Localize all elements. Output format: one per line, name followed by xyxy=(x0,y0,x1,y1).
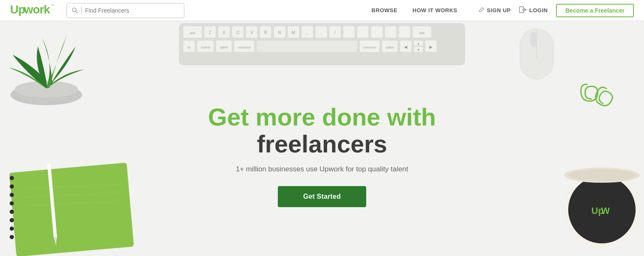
svg-point-61 xyxy=(10,176,14,180)
svg-text:M: M xyxy=(292,30,295,35)
svg-point-65 xyxy=(10,210,14,214)
svg-text:shift: shift xyxy=(419,32,425,35)
keyboard-decoration: shift Z X C V B N M , xyxy=(175,21,469,67)
signup-icon xyxy=(478,6,484,15)
svg-text:N: N xyxy=(278,30,281,35)
svg-text:X: X xyxy=(223,30,226,35)
signup-label: SIGN UP xyxy=(487,7,511,13)
login-link[interactable]: LOGIN xyxy=(519,6,548,15)
svg-text:◀: ◀ xyxy=(404,45,407,49)
login-icon xyxy=(519,6,527,15)
svg-point-82 xyxy=(568,169,636,181)
svg-text:work: work xyxy=(24,3,51,16)
signup-link[interactable]: SIGN UP xyxy=(478,6,511,15)
svg-text:C: C xyxy=(236,30,239,35)
svg-rect-34 xyxy=(399,26,410,38)
nav-links: BROWSE HOW IT WORKS xyxy=(372,7,458,13)
svg-point-63 xyxy=(10,193,14,197)
paperclips-decoration xyxy=(579,80,617,118)
svg-text:Z: Z xyxy=(209,30,211,35)
search-input[interactable] xyxy=(85,7,179,14)
svg-text:option: option xyxy=(220,46,228,49)
upwork-logo-svg: Up work ™ xyxy=(10,3,56,16)
svg-text:B: B xyxy=(264,30,267,35)
search-icon xyxy=(72,8,78,13)
svg-point-3 xyxy=(72,8,76,12)
svg-text:,: , xyxy=(307,30,308,35)
svg-rect-32 xyxy=(371,26,383,38)
mouse-decoration xyxy=(514,24,560,88)
login-label: LOGIN xyxy=(529,7,548,13)
nav-actions: SIGN UP LOGIN Become a Freelancer xyxy=(478,4,634,17)
svg-text:▲: ▲ xyxy=(417,42,420,45)
notebook-decoration xyxy=(0,159,143,256)
svg-text:V: V xyxy=(250,30,253,35)
svg-text:W: W xyxy=(601,205,610,216)
svg-line-4 xyxy=(76,11,78,13)
svg-text:.: . xyxy=(321,30,322,35)
become-freelancer-button[interactable]: Become a Freelancer xyxy=(556,4,634,17)
svg-text:Up: Up xyxy=(10,3,25,16)
get-started-button[interactable]: Get Started xyxy=(278,186,366,207)
header: Up work ™ BROWSE HOW IT WORKS SIGN UP xyxy=(0,0,644,21)
svg-point-62 xyxy=(10,184,14,189)
svg-text:/: / xyxy=(335,30,336,35)
svg-rect-31 xyxy=(357,26,369,38)
svg-point-66 xyxy=(10,218,14,222)
svg-text:shift: shift xyxy=(190,32,195,35)
svg-text:option: option xyxy=(386,46,394,49)
svg-rect-45 xyxy=(256,40,357,52)
nav-browse[interactable]: BROWSE xyxy=(372,7,398,13)
svg-text:fn: fn xyxy=(188,46,190,49)
plant-decoration xyxy=(0,21,101,105)
hero-title-line2: freelancers xyxy=(208,131,436,157)
search-bar[interactable] xyxy=(67,3,184,18)
svg-text:▼: ▼ xyxy=(417,48,420,52)
svg-point-67 xyxy=(10,227,14,231)
nav-how-it-works[interactable]: HOW IT WORKS xyxy=(412,7,457,13)
logo-text: Up work ™ xyxy=(10,3,56,18)
svg-text:command: command xyxy=(238,46,251,49)
svg-rect-60 xyxy=(9,163,134,256)
svg-point-64 xyxy=(10,201,14,205)
hero-section: shift Z X C V B N M , xyxy=(0,0,644,256)
svg-text:▶: ▶ xyxy=(429,45,433,49)
svg-rect-76 xyxy=(530,32,537,47)
svg-text:control: control xyxy=(201,46,210,49)
svg-rect-33 xyxy=(385,26,397,38)
search-divider xyxy=(81,6,82,15)
coffee-decoration: Up W xyxy=(560,168,644,256)
logo[interactable]: Up work ™ xyxy=(10,3,56,18)
hero-title-line1: Get more done with xyxy=(208,104,436,131)
hero-subtitle: 1+ million businesses use Upwork for top… xyxy=(208,165,436,173)
hero-content: Get more done with freelancers 1+ millio… xyxy=(208,104,436,207)
svg-rect-30 xyxy=(343,26,355,38)
svg-text:command: command xyxy=(363,46,376,49)
svg-text:™: ™ xyxy=(51,4,54,8)
svg-point-68 xyxy=(10,235,14,239)
